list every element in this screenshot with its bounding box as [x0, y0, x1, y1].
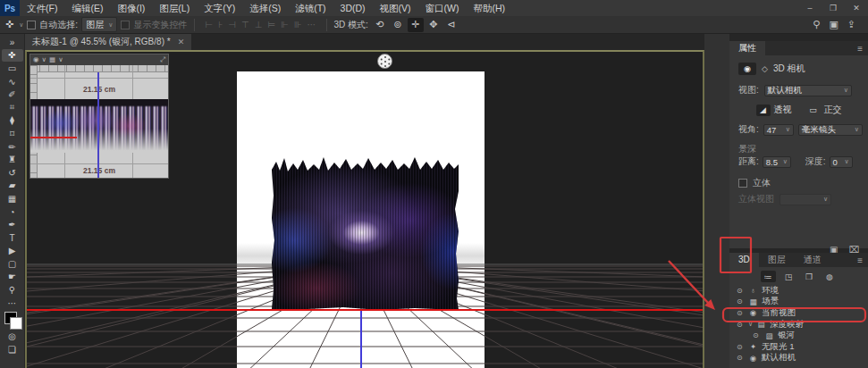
close-tab-icon[interactable]: ✕	[178, 38, 185, 46]
view-dropdown[interactable]: 默认相机 ∨	[764, 85, 852, 96]
marquee-tool-icon[interactable]: ▭	[2, 62, 23, 75]
visibility-eye-icon[interactable]: ⊙	[737, 321, 745, 329]
eyedropper-tool-icon[interactable]: ⧫	[2, 114, 23, 128]
panel-menu-icon[interactable]: ≡	[857, 255, 868, 265]
zoom-3d-mode-icon[interactable]: ⊲	[443, 18, 459, 32]
menu-item-edit[interactable]: 编辑(E)	[64, 0, 110, 16]
search-icon[interactable]: ⚲	[813, 19, 820, 30]
3d-item-7[interactable]: ⊙◉默认相机	[729, 353, 868, 364]
visibility-eye-icon[interactable]: ⊙	[737, 343, 745, 351]
menu-item-window[interactable]: 窗口(W)	[418, 0, 467, 16]
healing-brush-tool-icon[interactable]: ⌑	[2, 127, 23, 140]
3d-camera-gizmo-icon[interactable]	[377, 54, 392, 69]
secondary-settings-icon[interactable]: ▦	[49, 54, 55, 65]
auto-select-checkbox[interactable]	[27, 21, 36, 29]
color-swatches[interactable]	[4, 312, 21, 328]
quick-mask-icon[interactable]: ◎	[2, 330, 23, 343]
filter-lights-icon[interactable]: ◍	[822, 271, 838, 282]
roll-3d-mode-icon[interactable]: ⊚	[390, 18, 406, 32]
active-tool-icon[interactable]: ✜	[4, 19, 15, 30]
screen-mode-icon[interactable]: ❏	[2, 343, 23, 356]
align-icon-6[interactable]: ⊩	[278, 20, 291, 29]
fov-dropdown[interactable]: 47 ∨	[763, 124, 794, 136]
3d-item-2[interactable]: ⊙▦场景	[729, 297, 868, 308]
3d-item-5[interactable]: ⊙▨银河	[729, 330, 868, 341]
lens-dropdown[interactable]: 毫米镜头 ∨	[798, 124, 863, 136]
path-select-tool-icon[interactable]: ▶	[2, 245, 23, 258]
swap-views-icon[interactable]: ⤢	[160, 54, 165, 65]
slide-3d-mode-icon[interactable]: ✥	[426, 18, 442, 32]
3d-item-4[interactable]: ⊙∨▤深度映射	[729, 319, 868, 330]
dodge-tool-icon[interactable]: ◔	[2, 205, 23, 219]
visibility-eye-icon[interactable]: ⊙	[753, 331, 761, 339]
orthographic-toggle[interactable]: ▭ 正交	[806, 104, 842, 116]
close-button[interactable]: ✕	[845, 0, 868, 16]
expand-caret-icon[interactable]: ∨	[748, 321, 753, 328]
tab-3d[interactable]: 3D	[729, 253, 759, 267]
menu-item-image[interactable]: 图像(I)	[110, 0, 152, 16]
minimize-button[interactable]: –	[798, 0, 822, 16]
quick-select-tool-icon[interactable]: ✐	[2, 88, 23, 101]
menu-item-help[interactable]: 帮助(H)	[467, 0, 513, 16]
secondary-caret2-icon[interactable]: ∨	[58, 54, 63, 65]
workspace-icon[interactable]: ▣	[829, 19, 838, 30]
menu-item-select[interactable]: 选择(S)	[242, 0, 288, 16]
brush-tool-icon[interactable]: ✏	[2, 140, 23, 154]
secondary-view-window[interactable]: ◉∨▦∨⤢ 21.15 cm 21.15 cm	[29, 54, 169, 179]
camera-properties-icon[interactable]: ◉	[738, 63, 756, 75]
menu-item-3d[interactable]: 3D(D)	[333, 0, 373, 16]
pen-tool-icon[interactable]: ✒	[2, 218, 23, 231]
depth-dropdown[interactable]: 0 ∨	[830, 156, 853, 168]
align-icon-7[interactable]: ⊪	[291, 20, 305, 29]
menu-item-layer[interactable]: 图层(L)	[152, 0, 197, 16]
gradient-tool-icon[interactable]: ▦	[2, 192, 23, 205]
secondary-caret-icon[interactable]: ∨	[42, 54, 47, 65]
auto-select-dropdown[interactable]: 图层 ∨	[81, 17, 117, 32]
type-tool-icon[interactable]: T	[2, 231, 23, 245]
menu-item-view[interactable]: 视图(V)	[373, 0, 418, 16]
align-icon-0[interactable]: ⊢	[202, 20, 215, 29]
history-brush-tool-icon[interactable]: ↺	[2, 166, 23, 180]
3d-item-6[interactable]: ⊙✦无限光 1	[729, 341, 868, 353]
collapse-toolbar-icon[interactable]: »	[2, 36, 23, 49]
visibility-eye-icon[interactable]: ⊙	[737, 309, 745, 317]
panel-menu-icon[interactable]: ≡	[857, 44, 868, 54]
filter-materials-icon[interactable]: ❐	[802, 271, 817, 282]
align-icon-8[interactable]: ⋯	[305, 20, 319, 29]
show-transform-checkbox[interactable]	[121, 21, 130, 29]
share-icon[interactable]: ⇪	[847, 19, 855, 30]
app-logo[interactable]: Ps	[0, 0, 20, 16]
filter-scene-icon[interactable]: ≔	[761, 271, 776, 282]
align-icon-3[interactable]: ⊤	[239, 20, 252, 29]
filter-meshes-icon[interactable]: ◳	[781, 271, 796, 282]
clone-stamp-tool-icon[interactable]: ♜	[2, 153, 23, 166]
orbit-3d-mode-icon[interactable]: ⟲	[372, 18, 388, 32]
visibility-eye-icon[interactable]: ⊙	[737, 297, 745, 305]
move-tool-icon[interactable]: ✜	[2, 49, 23, 63]
align-icon-1[interactable]: ⊦	[215, 20, 225, 29]
align-icon-2[interactable]: ⊣	[225, 20, 239, 29]
tab-layers[interactable]: 图层	[759, 253, 795, 267]
distance-dropdown[interactable]: 8.5 ∨	[763, 156, 791, 168]
align-icon-4[interactable]: ⊥	[252, 20, 265, 29]
tool-preset-caret-icon[interactable]: ∨	[19, 21, 23, 29]
background-color-swatch[interactable]	[10, 317, 22, 330]
shape-tool-icon[interactable]: ▢	[2, 257, 23, 271]
3d-item-1[interactable]: ⊙♁环境	[729, 285, 868, 297]
menu-item-filter[interactable]: 滤镜(T)	[288, 0, 333, 16]
menu-item-file[interactable]: 文件(F)	[20, 0, 64, 16]
visibility-eye-icon[interactable]: ⊙	[737, 354, 745, 362]
eraser-tool-icon[interactable]: ▰	[2, 180, 23, 193]
document-tab[interactable]: 未标题-1 @ 45.5% (银河, RGB/8) * ✕	[25, 34, 191, 50]
restore-button[interactable]: ❐	[822, 0, 845, 16]
zoom-tool-icon[interactable]: ⚲	[2, 283, 23, 297]
tab-properties[interactable]: 属性	[729, 41, 765, 55]
lasso-tool-icon[interactable]: ∿	[2, 75, 23, 88]
tab-channels[interactable]: 通道	[795, 253, 830, 267]
stereo-checkbox[interactable]	[738, 179, 747, 188]
align-icon-5[interactable]: ⊨	[265, 20, 278, 29]
visibility-eye-icon[interactable]: ⊙	[737, 287, 745, 295]
perspective-toggle[interactable]: ◢ 透视	[756, 104, 792, 116]
drag-3d-mode-icon[interactable]: ✛	[408, 18, 424, 32]
menu-item-type[interactable]: 文字(Y)	[197, 0, 242, 16]
